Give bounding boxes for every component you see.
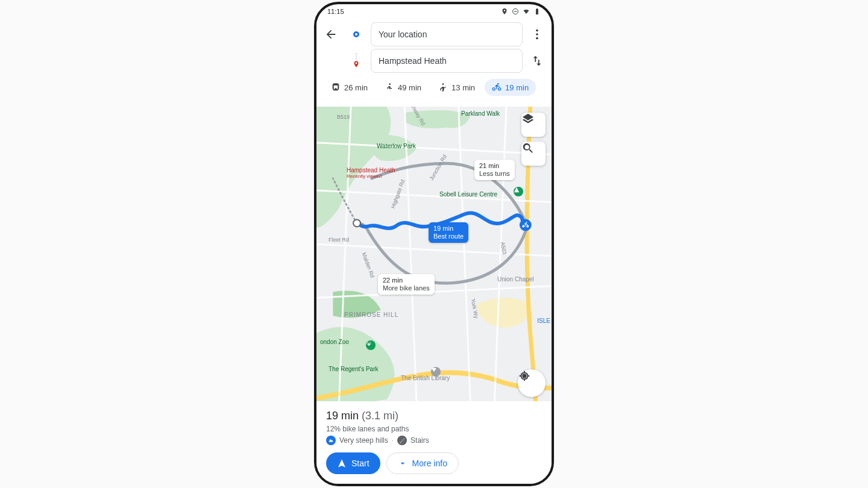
svg-point-15 xyxy=(368,343,370,346)
status-bar: 11:15 xyxy=(316,4,552,19)
wifi-icon xyxy=(523,8,530,15)
stairs-icon xyxy=(397,436,407,445)
pin-icon xyxy=(352,60,360,69)
svg-rect-1 xyxy=(514,11,517,12)
route-alt2-badge[interactable]: 22 minMore bike lanes xyxy=(378,274,435,295)
poi-marker[interactable] xyxy=(514,187,523,196)
route-dot-origin xyxy=(345,31,367,37)
svg-point-5 xyxy=(389,83,391,85)
map-poi-label: The British Library xyxy=(401,375,450,381)
location-icon xyxy=(501,8,508,15)
status-time: 11:15 xyxy=(327,8,344,15)
more-info-button[interactable]: More info xyxy=(386,452,459,474)
layers-button[interactable] xyxy=(521,113,546,137)
destination-text: Hampstead Heath xyxy=(379,56,447,66)
svg-point-13 xyxy=(366,343,368,345)
battery-icon xyxy=(533,8,541,15)
route-summary-sheet: 19 min (3.1 mi) 12% bike lanes and paths… xyxy=(316,401,552,484)
mode-rideshare-label: 13 min xyxy=(451,83,475,92)
route-connector-icon xyxy=(356,53,357,59)
svg-point-8 xyxy=(353,219,360,227)
map-poi-label: Union Chapel xyxy=(497,276,534,283)
svg-point-12 xyxy=(370,342,371,343)
dnd-icon xyxy=(512,8,519,15)
route-alt1-badge[interactable]: 21 minLess turns xyxy=(474,160,515,180)
more-info-label: More info xyxy=(412,458,447,468)
mode-rideshare[interactable]: 13 min xyxy=(431,79,482,96)
crosshair-icon xyxy=(518,369,531,383)
mode-transit[interactable]: 26 min xyxy=(324,79,375,96)
overflow-menu-button[interactable] xyxy=(526,23,548,45)
svg-point-11 xyxy=(367,342,368,343)
map-park-label: Waterlow Park xyxy=(377,143,416,149)
mode-walk-label: 49 min xyxy=(398,83,421,92)
route-attributes: Very steep hills · Stairs xyxy=(326,436,542,445)
summary-subtitle: 12% bike lanes and paths xyxy=(326,425,542,433)
mode-bike-label: 19 min xyxy=(505,83,529,92)
summary-time: 19 min xyxy=(326,410,359,422)
destination-field[interactable]: Hampstead Heath xyxy=(371,49,523,73)
svg-point-14 xyxy=(370,343,371,345)
walk-icon xyxy=(385,83,394,92)
map-poi-label: Sobell Leisure Centre xyxy=(439,191,497,198)
hail-icon xyxy=(438,83,448,92)
map-area-label: PRIMROSE HILL xyxy=(344,311,398,318)
route-primary-badge[interactable]: 19 minBest route xyxy=(429,222,468,243)
chevron-down-icon xyxy=(398,458,407,468)
origin-field[interactable]: Your location xyxy=(371,22,523,46)
summary-distance: (3.1 mi) xyxy=(362,410,398,422)
map-road-label: B519 xyxy=(337,114,350,120)
poi-zoo-marker[interactable] xyxy=(366,340,376,350)
destination-label: Hampstead Heath Recently viewed xyxy=(347,167,395,179)
tag-hills-label: Very steep hills xyxy=(339,436,388,445)
map-area-label: ISLE xyxy=(537,318,550,324)
bike-icon xyxy=(492,83,502,92)
arrow-left-icon xyxy=(324,28,338,41)
start-navigation-button[interactable]: Start xyxy=(326,452,380,474)
search-icon xyxy=(521,142,535,155)
map-road-label: Fleet Rd xyxy=(329,237,349,243)
recenter-button[interactable] xyxy=(518,369,546,397)
search-button[interactable] xyxy=(521,142,546,166)
hills-icon xyxy=(326,436,336,445)
map-park-label: Parkland Walk xyxy=(461,110,500,117)
travel-mode-tabs: 26 min 49 min 13 min 19 min xyxy=(320,77,548,101)
mode-transit-label: 26 min xyxy=(344,83,368,92)
map-poi-label: ondon Zoo xyxy=(320,339,349,345)
swap-vertical-icon xyxy=(530,54,544,67)
dots-vertical-icon xyxy=(530,28,544,41)
tag-stairs-label: Stairs xyxy=(410,436,429,445)
svg-point-3 xyxy=(536,33,538,36)
map-canvas[interactable]: Hampstead Heath Recently viewed Parkland… xyxy=(316,107,552,405)
map-park-label: The Regent's Park xyxy=(329,366,379,372)
svg-point-6 xyxy=(442,83,444,85)
start-label: Start xyxy=(351,458,370,468)
train-icon xyxy=(331,83,341,92)
navigate-icon xyxy=(337,458,347,468)
phone-frame: 11:15 Your location xyxy=(314,2,554,486)
summary-title: 19 min (3.1 mi) xyxy=(326,410,542,422)
layers-icon xyxy=(521,113,535,126)
svg-point-2 xyxy=(536,30,538,32)
back-button[interactable] xyxy=(320,23,342,45)
swap-button[interactable] xyxy=(526,50,548,72)
origin-text: Your location xyxy=(379,30,427,39)
mode-walk[interactable]: 49 min xyxy=(377,79,429,96)
mode-bike[interactable]: 19 min xyxy=(485,79,536,96)
svg-point-4 xyxy=(536,37,538,40)
directions-header: Your location Hampstead Heath 26 min xyxy=(316,19,552,101)
